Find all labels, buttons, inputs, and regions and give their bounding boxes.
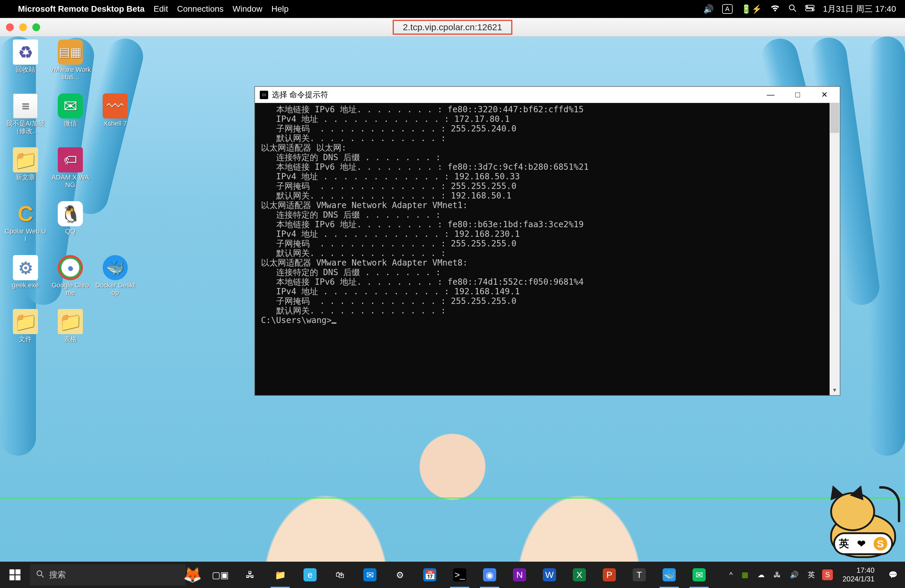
- desktop-icon-qq[interactable]: QQ: [48, 201, 93, 252]
- cmd-line: 默认网关. . . . . . . . . . . . . :: [261, 306, 834, 316]
- mac-menubar: Microsoft Remote Desktop Beta Edit Conne…: [0, 0, 905, 18]
- desktop-icon-google-chrome[interactable]: Google Chrome: [48, 255, 93, 306]
- sogou-s-icon: S: [873, 537, 888, 551]
- desktop-icon-docker-desktop[interactable]: Docker Desktop: [93, 255, 138, 306]
- desktop-icon-new-article[interactable]: 新文章: [3, 147, 48, 198]
- remote-desktop-titlebar: 2.tcp.vip.cpolar.cn:12621: [0, 18, 905, 37]
- taskbar-settings[interactable]: ⚙: [386, 562, 414, 588]
- svg-rect-9: [16, 575, 21, 580]
- scrollbar-thumb[interactable]: [830, 103, 839, 133]
- tray-volume-icon[interactable]: 🔊: [788, 562, 800, 588]
- taskbar-calendar[interactable]: 📅: [415, 562, 444, 588]
- cmd-scrollbar[interactable]: ▲ ▼: [830, 103, 840, 395]
- todo-icon: T: [633, 568, 646, 582]
- file-explorer-icon: 📁: [273, 568, 287, 582]
- mac-datetime[interactable]: 1月31日 周三 17:40: [823, 3, 896, 15]
- control-center-icon[interactable]: [805, 4, 814, 14]
- cmd-line: 子网掩码 . . . . . . . . . . . . : 255.255.2…: [261, 181, 834, 191]
- desktop-icon-recycle-bin[interactable]: 回收站: [3, 40, 48, 91]
- ime-mascot-pill[interactable]: 英 ❤ S: [833, 532, 893, 555]
- geek-exe-icon: [13, 255, 38, 280]
- word-icon: W: [543, 568, 556, 582]
- svg-rect-7: [16, 569, 21, 575]
- desktop-icon-wechat[interactable]: 微信: [48, 94, 93, 144]
- desktop-icon-tables-folder[interactable]: 表格: [48, 309, 93, 360]
- desktop-icon-xshell7[interactable]: Xshell 7: [93, 94, 138, 144]
- wifi-icon[interactable]: [770, 4, 780, 14]
- cmd-line: 本地链接 IPv6 地址. . . . . . . . : fe80::3d7c…: [261, 162, 834, 172]
- taskbar-network-panel[interactable]: 🖧: [236, 562, 265, 588]
- taskbar-onenote[interactable]: N: [505, 562, 534, 588]
- mac-traffic-lights: [6, 23, 40, 31]
- tray-network-icon[interactable]: 🖧: [772, 562, 783, 588]
- svg-rect-8: [10, 575, 15, 580]
- cmd-output[interactable]: 本地链接 IPv6 地址. . . . . . . . : fe80::3220…: [255, 103, 840, 395]
- desktop-icon-geek-exe[interactable]: geek.exe: [3, 255, 48, 306]
- taskbar-docker[interactable]: 🐳: [655, 562, 684, 588]
- ms-store-icon: 🛍: [333, 568, 346, 582]
- fullscreen-window-icon[interactable]: [32, 23, 40, 31]
- action-center-icon[interactable]: 💬: [884, 562, 902, 588]
- cmd-maximize-button[interactable]: □: [784, 88, 811, 102]
- mac-menu-connections[interactable]: Connections: [177, 4, 224, 14]
- cmd-cursor: [332, 323, 337, 324]
- xshell7-icon: [103, 94, 128, 119]
- desktop-icon-cpolar-web-ui[interactable]: Cpolar Web UI: [3, 201, 48, 252]
- svg-line-1: [793, 9, 796, 11]
- tray-sogou-icon[interactable]: S: [822, 569, 833, 580]
- taskbar-excel[interactable]: X: [565, 562, 594, 588]
- taskbar-task-view[interactable]: ▢▣: [206, 562, 235, 588]
- taskbar-chrome[interactable]: ◉: [475, 562, 504, 588]
- cmd-line: 连接特定的 DNS 后缀 . . . . . . . :: [261, 268, 834, 277]
- desktop-icon-label: 表格: [64, 335, 77, 343]
- mac-menu-help[interactable]: Help: [272, 4, 289, 14]
- cmd-close-button[interactable]: ✕: [811, 88, 838, 102]
- input-source-indicator[interactable]: A: [722, 4, 733, 14]
- cmd-minimize-button[interactable]: —: [757, 88, 784, 102]
- desktop-icon-files-folder[interactable]: 文件: [3, 309, 48, 360]
- taskbar-terminal[interactable]: >_: [445, 562, 474, 588]
- scrollbar-arrow-down-icon[interactable]: ▼: [830, 385, 840, 395]
- mac-menu-edit[interactable]: Edit: [154, 4, 168, 14]
- tray-nvidia-icon[interactable]: ▦: [740, 562, 750, 588]
- start-button[interactable]: [0, 562, 30, 588]
- desktop-icon-label: Cpolar Web UI: [5, 227, 46, 243]
- close-window-icon[interactable]: [6, 23, 14, 31]
- taskbar-edge[interactable]: e: [296, 562, 324, 588]
- taskbar-search[interactable]: 搜索: [30, 564, 186, 585]
- desktop-icon-label: geek.exe: [12, 281, 39, 289]
- cmd-line: 默认网关. . . . . . . . . . . . . :: [261, 248, 834, 258]
- desktop-icon-ai-note-txt[interactable]: 我不是AI加硬（修改...: [3, 94, 48, 144]
- chrome-icon: ◉: [483, 568, 496, 582]
- desktop-icon-label: Google Chrome: [49, 281, 91, 297]
- taskbar-mail[interactable]: ✉: [356, 562, 384, 588]
- cmd-window[interactable]: 选择 命令提示符 — □ ✕ 本地链接 IPv6 地址. . . . . . .…: [254, 86, 840, 396]
- powerpoint-icon: P: [603, 568, 616, 582]
- svg-point-10: [37, 571, 42, 575]
- taskbar-word[interactable]: W: [535, 562, 564, 588]
- desktop-icons-grid: 回收站VMware Workstati...我不是AI加硬（修改...微信Xsh…: [3, 40, 138, 360]
- taskbar-file-explorer[interactable]: 📁: [266, 562, 294, 588]
- tray-overflow-icon[interactable]: ^: [727, 562, 734, 588]
- taskbar-wechat-task[interactable]: ✉: [685, 562, 713, 588]
- tray-ime-lang[interactable]: 英: [806, 562, 817, 588]
- tray-onedrive-icon[interactable]: ☁: [756, 562, 767, 588]
- taskbar-apps: ▢▣🖧📁e🛍✉⚙📅>_◉NWXPT🐳✉: [206, 562, 713, 588]
- desktop-icon-adam-x-wang[interactable]: ADAM X WANG: [48, 147, 93, 198]
- cmd-titlebar[interactable]: 选择 命令提示符 — □ ✕: [255, 87, 840, 103]
- mac-app-name[interactable]: Microsoft Remote Desktop Beta: [18, 4, 144, 14]
- volume-icon[interactable]: 🔊: [703, 4, 714, 14]
- cmd-title: 选择 命令提示符: [272, 89, 328, 100]
- mac-menu-window[interactable]: Window: [233, 4, 262, 14]
- taskbar-powerpoint[interactable]: P: [595, 562, 624, 588]
- search-highlight-icon[interactable]: [182, 564, 203, 585]
- ime-mascot[interactable]: 英 ❤ S: [812, 480, 896, 558]
- desktop-icon-vmware[interactable]: VMware Workstati...: [48, 40, 93, 91]
- spotlight-icon[interactable]: [788, 4, 797, 14]
- minimize-window-icon[interactable]: [19, 23, 27, 31]
- battery-icon[interactable]: 🔋⚡: [741, 4, 762, 14]
- taskbar-clock[interactable]: 17:40 2024/1/31: [838, 566, 879, 583]
- taskbar-ms-store[interactable]: 🛍: [325, 562, 354, 588]
- taskbar-todo[interactable]: T: [625, 562, 654, 588]
- cmd-line: 子网掩码 . . . . . . . . . . . . : 255.255.2…: [261, 296, 834, 306]
